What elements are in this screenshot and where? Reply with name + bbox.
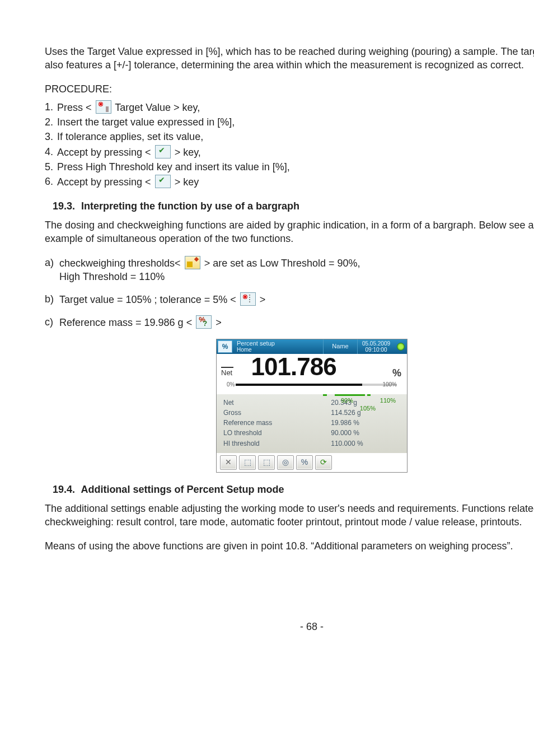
item-a-line1b: > are set as Low Threshold = 90%, (204, 258, 360, 269)
intro-paragraph: Uses the Target Value expressed in [%], … (45, 45, 534, 72)
marker-105: 105% (360, 404, 376, 413)
device-subtitle: Home (237, 347, 320, 353)
target-tolerance-icon (240, 292, 256, 306)
section-19-3-title: Interpreting the function by use of a ba… (81, 200, 299, 212)
scale-0-label: 0% (227, 381, 235, 389)
section-19-4-number: 19.4. (53, 484, 75, 495)
section-19-3-paragraph: The dosing and checkweighing functions a… (45, 218, 534, 246)
device-display: Net 101.786 % 0% 100% (217, 354, 407, 394)
bargraph-example-items: a) checkweighing thresholds< > are set a… (45, 256, 534, 330)
section-19-4-paragraph-1: The additional settings enable adjusting… (45, 502, 534, 529)
device-info-panel: 90% 110% 105% Net 20.343 g Gross 114.526… (217, 394, 407, 453)
step-1-a: Press < (57, 102, 92, 113)
marker-110: 110% (380, 396, 396, 405)
toolbar-cancel-icon[interactable]: ✕ (220, 455, 237, 470)
row-key: Gross (221, 408, 329, 418)
section-19-3-heading: 19.3. Interpreting the function by use o… (53, 199, 534, 213)
device-time: 09:10:00 (366, 347, 387, 353)
device-net-label: Net (221, 367, 233, 378)
item-b-b: > (260, 294, 266, 305)
item-b-lead: b) (45, 292, 54, 306)
device-header: % Percent setup Home Name 05.05.2009 09:… (217, 339, 407, 354)
procedure-steps: Press < Target Value > key, Insert the t… (45, 100, 534, 189)
item-a-lead: a) (45, 256, 54, 269)
device-title: Percent setup (237, 340, 275, 347)
toolbar-weight2-icon[interactable]: ⬚ (258, 455, 275, 470)
step-1-b: Target Value > key, (115, 102, 200, 113)
item-a-line1a: checkweighing thresholds< (59, 258, 181, 269)
accept-check-icon (155, 175, 171, 188)
item-c-a: Reference mass = 19.986 g < (59, 317, 192, 328)
section-19-3-number: 19.3. (53, 200, 75, 212)
device-name-button[interactable]: Name (323, 339, 357, 354)
section-19-4-heading: 19.4. Additional settings of Percent Set… (53, 483, 534, 496)
device-screenshot: % Percent setup Home Name 05.05.2009 09:… (216, 339, 407, 473)
device-unit: % (392, 366, 401, 380)
step-6-a: Accept by pressing < (57, 176, 151, 188)
item-b-a: Target value = 105% ; tolerance = 5% < (59, 294, 236, 305)
row-key: Reference mass (221, 418, 329, 428)
marker-90: 90% (341, 396, 353, 405)
row-value: 110.000 % (329, 438, 402, 449)
item-c-b: > (216, 317, 222, 328)
row-key: Net (221, 398, 329, 408)
device-toolbar: ✕ ⬚ ⬚ ◎ % ⟳ (217, 453, 407, 472)
table-row: Reference mass 19.986 % (221, 418, 402, 428)
item-a-line2: High Threshold = 110% (59, 270, 534, 283)
device-bargraph: 0% 100% (221, 381, 402, 389)
row-value: 19.986 % (329, 418, 402, 428)
section-19-4-title: Additional settings of Percent Setup mod… (81, 484, 284, 495)
step-3: If tolerance applies, set its value, (45, 130, 534, 143)
reference-mass-icon (196, 315, 212, 329)
thresholds-icon (185, 256, 200, 269)
table-row: HI threshold 110.000 % (221, 438, 402, 449)
page-number: - 68 - (45, 620, 534, 633)
row-key: HI threshold (221, 438, 329, 449)
toolbar-weight1-icon[interactable]: ⬚ (239, 455, 256, 470)
item-c-lead: c) (45, 315, 53, 329)
device-status-led (395, 339, 407, 354)
section-19-4-paragraph-2: Means of using the above functions are g… (45, 539, 534, 553)
percent-mode-icon[interactable]: % (218, 340, 232, 353)
step-2: Insert the target value expressed in [%]… (45, 115, 534, 129)
step-6-b: > key (175, 176, 199, 188)
table-row: LO threshold 90.000 % (221, 428, 402, 438)
step-4-b: > key, (175, 147, 201, 158)
toolbar-refresh-icon[interactable]: ⟳ (315, 455, 332, 470)
device-reading: 101.786 (251, 355, 336, 379)
device-date: 05.05.2009 (362, 340, 390, 347)
accept-check-icon (155, 145, 171, 158)
row-value: 90.000 % (329, 428, 402, 438)
step-4-a: Accept by pressing < (57, 147, 151, 158)
scale-100-label: 100% (382, 381, 397, 389)
toolbar-percent-icon[interactable]: % (296, 455, 313, 470)
toolbar-target-icon[interactable]: ◎ (277, 455, 294, 470)
procedure-label: PROCEDURE: (45, 82, 534, 96)
target-value-icon (96, 100, 111, 114)
row-key: LO threshold (221, 428, 329, 438)
step-5: Press High Threshold key and insert its … (45, 160, 534, 174)
